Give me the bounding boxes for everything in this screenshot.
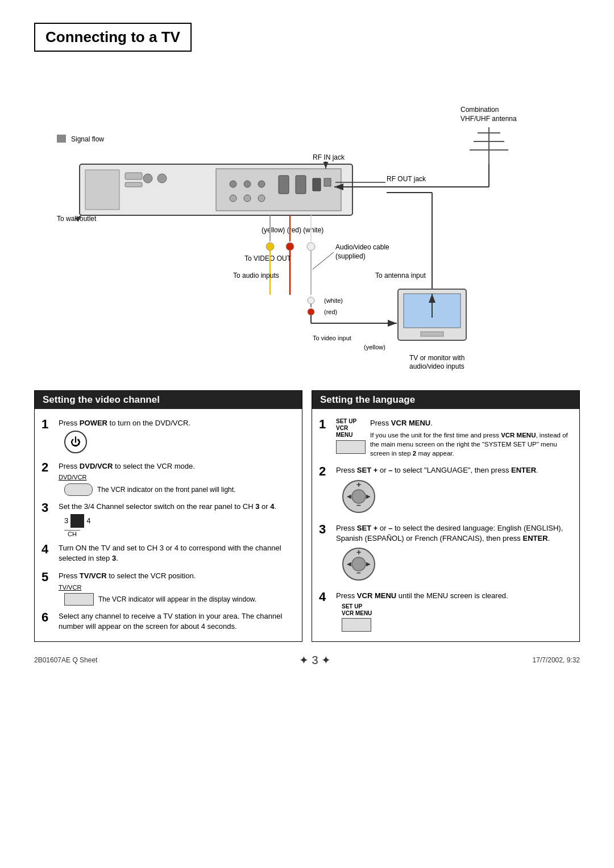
svg-text:audio/video inputs: audio/video inputs — [409, 362, 464, 370]
video-channel-header: Setting the video channel — [35, 391, 302, 409]
svg-point-15 — [230, 195, 237, 202]
svg-text:To antenna input: To antenna input — [375, 272, 426, 279]
svg-rect-6 — [85, 170, 119, 210]
svg-point-14 — [258, 181, 265, 187]
step-4-video: 4 Turn ON the TV and set to CH 3 or 4 to… — [35, 540, 302, 567]
step-4-lang: 4 Press VCR MENU until the MENU screen i… — [312, 587, 579, 634]
footer-center-page: ✦ 3 ✦ — [299, 653, 331, 667]
svg-text:(red): (red) — [324, 308, 337, 315]
svg-rect-20 — [313, 178, 321, 191]
svg-rect-8 — [125, 182, 142, 187]
page-title-box: Connecting to a TV — [34, 23, 192, 52]
step-1-lang: 1 SET UPVCR MENU Press VCR MENU. If you … — [312, 415, 579, 462]
step-6-content: Select any channel to receive a TV stati… — [59, 611, 295, 633]
svg-text:To VIDEO OUT: To VIDEO OUT — [244, 254, 292, 262]
svg-rect-21 — [324, 178, 331, 186]
svg-text:VHF/UHF antenna: VHF/UHF antenna — [460, 115, 517, 123]
step-6-video: 6 Select any channel to receive a TV sta… — [35, 608, 302, 636]
step-2-content: Press DVD/VCR to select the VCR mode. DV… — [59, 461, 295, 496]
step-num-2-lang: 2 — [319, 465, 331, 478]
step-2-lang-content: Press SET + or – to select "LANGUAGE", t… — [336, 465, 572, 517]
step-3-content: Set the 3/4 Channel selector switch on t… — [59, 502, 295, 537]
svg-point-13 — [244, 181, 251, 187]
svg-text:◀: ◀ — [347, 561, 351, 567]
step-4-content: Turn ON the TV and set to CH 3 or 4 to c… — [59, 543, 295, 565]
svg-rect-18 — [279, 176, 289, 194]
step-2-video: 2 Press DVD/VCR to select the VCR mode. … — [35, 458, 302, 498]
svg-text:RF OUT jack: RF OUT jack — [387, 175, 426, 183]
svg-text:(yellow)  (red)  (white): (yellow) (red) (white) — [262, 226, 323, 234]
step-num-1-lang: 1 — [319, 418, 331, 431]
step-3-lang: 3 Press SET + or – to select the desired… — [312, 520, 579, 587]
step-num-6: 6 — [42, 611, 54, 624]
svg-text:–: – — [356, 500, 361, 510]
step-4-lang-content: Press VCR MENU until the MENU screen is … — [336, 591, 572, 632]
page-footer: 2B01607AE Q Sheet ✦ 3 ✦ 17/7/2002, 9:32 — [34, 653, 580, 667]
svg-text:▶: ▶ — [366, 561, 371, 567]
svg-text:To video input: To video input — [313, 335, 351, 341]
svg-text:Audio/video cable: Audio/video cable — [335, 243, 389, 251]
step-num-3-lang: 3 — [319, 523, 331, 536]
svg-text:To wall outlet: To wall outlet — [57, 215, 97, 223]
svg-point-38 — [286, 243, 294, 251]
step-num-5: 5 — [42, 571, 54, 583]
svg-text:Signal flow: Signal flow — [71, 135, 104, 143]
svg-text:▶: ▶ — [366, 493, 371, 499]
step-5-video: 5 Press TV/VCR to select the VCR positio… — [35, 567, 302, 608]
step-num-3: 3 — [42, 502, 54, 514]
svg-line-49 — [313, 252, 334, 269]
footer-right: 17/7/2002, 9:32 — [533, 656, 580, 664]
svg-rect-54 — [421, 332, 443, 336]
svg-point-39 — [307, 243, 315, 251]
step-num-4-lang: 4 — [319, 591, 331, 603]
svg-point-55 — [308, 297, 314, 304]
footer-left: 2B01607AE Q Sheet — [34, 656, 97, 664]
step-2-lang: 2 Press SET + or – to select "LANGUAGE",… — [312, 462, 579, 519]
svg-rect-19 — [296, 176, 306, 194]
svg-text:(supplied): (supplied) — [335, 252, 366, 260]
svg-point-17 — [258, 195, 265, 202]
diagram-area: Signal flow RF IN jack RF OUT jack Combi… — [34, 62, 580, 380]
page-title: Connecting to a TV — [45, 28, 180, 46]
svg-text:(yellow): (yellow) — [364, 344, 385, 350]
step-5-content: Press TV/VCR to select the VCR position.… — [59, 571, 295, 606]
language-section: Setting the language 1 SET UPVCR MENU Pr… — [312, 390, 580, 642]
svg-point-10 — [157, 174, 167, 183]
svg-text:To audio inputs: To audio inputs — [233, 272, 279, 279]
connection-diagram: Signal flow RF IN jack RF OUT jack Combi… — [34, 62, 580, 380]
step-3-video: 3 Set the 3/4 Channel selector switch on… — [35, 498, 302, 540]
svg-text:+: + — [356, 548, 361, 557]
svg-text:+: + — [356, 480, 361, 489]
svg-text:Combination: Combination — [460, 106, 499, 114]
svg-text:RF IN jack: RF IN jack — [313, 153, 345, 161]
lower-section: Setting the video channel 1 Press POWER … — [34, 390, 580, 642]
svg-point-12 — [230, 181, 237, 187]
svg-text:TV or monitor with: TV or monitor with — [409, 354, 464, 362]
step-1-video: 1 Press POWER to turn on the DVD/VCR. ⏻ — [35, 415, 302, 458]
svg-point-37 — [266, 243, 274, 251]
step-3-lang-content: Press SET + or – to select the desired l… — [336, 523, 572, 585]
step-1-content: Press POWER to turn on the DVD/VCR. ⏻ — [59, 418, 295, 456]
svg-text:◀: ◀ — [347, 493, 351, 499]
svg-point-16 — [244, 195, 251, 202]
svg-point-57 — [308, 308, 314, 315]
step-1-lang-content: SET UPVCR MENU Press VCR MENU. If you us… — [336, 418, 572, 460]
svg-text:(white): (white) — [324, 297, 343, 304]
language-header: Setting the language — [312, 391, 579, 409]
svg-point-9 — [143, 174, 152, 183]
step-num-2: 2 — [42, 461, 54, 474]
step-num-4: 4 — [42, 543, 54, 556]
step-num-1: 1 — [42, 418, 54, 431]
svg-text:–: – — [356, 568, 361, 577]
video-channel-section: Setting the video channel 1 Press POWER … — [34, 390, 302, 642]
svg-rect-7 — [125, 173, 142, 180]
